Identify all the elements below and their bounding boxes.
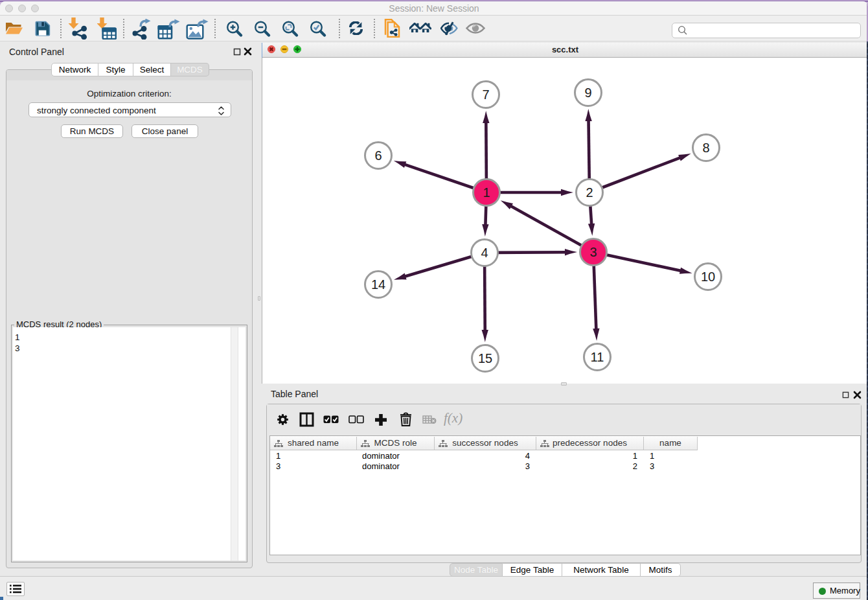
svg-text:1: 1: [483, 185, 490, 200]
svg-text:11: 11: [591, 350, 604, 364]
svg-text:4: 4: [481, 246, 488, 260]
svg-text:8: 8: [702, 141, 709, 155]
svg-text:10: 10: [701, 270, 715, 284]
svg-text:3: 3: [589, 245, 597, 259]
svg-text:9: 9: [584, 86, 591, 100]
svg-text:6: 6: [374, 148, 382, 163]
svg-text:15: 15: [478, 351, 492, 365]
svg-text:7: 7: [482, 87, 489, 102]
svg-text:14: 14: [371, 277, 385, 292]
svg-text:2: 2: [586, 185, 593, 200]
